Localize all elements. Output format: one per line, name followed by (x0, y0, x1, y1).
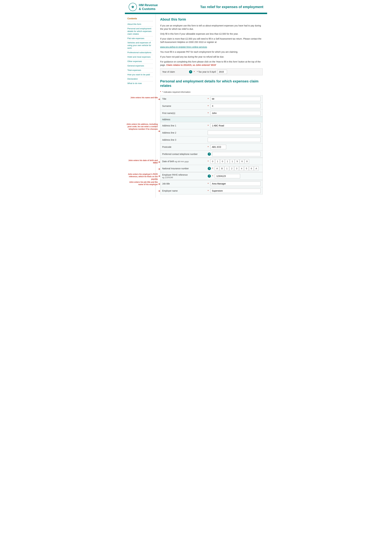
title-row-wrapper: John enters his name and title ➔ Title *… (160, 95, 263, 117)
annotation-address: John enters his address, including post … (126, 123, 158, 131)
crown-logo: ♚ (129, 3, 137, 11)
sidebar-item-what-to-do[interactable]: What to do now (127, 81, 153, 86)
nino-row: National Insurance number ? * A B 1 2 3 … (160, 165, 263, 172)
about-para-5: If you have not paid any tax during the … (160, 55, 263, 58)
arrow-paye: ➔ (158, 174, 160, 178)
arrow-name-title: ➔ (158, 97, 160, 101)
year-claim-row: Year of claim ? * * Tax year to 5 April (160, 68, 263, 75)
employer-name-label: Employer name (162, 190, 207, 192)
annotation-dob-nino: John enters his date of birth and NINO (126, 159, 158, 164)
tax-year-input[interactable] (218, 70, 227, 74)
sidebar-item-other-expenses[interactable]: Other expenses (127, 59, 153, 64)
sidebar-item-about-form[interactable]: About this form (127, 22, 153, 27)
address3-input[interactable] (208, 138, 261, 142)
header: ♚ HM Revenue & Customs Tax relief for ex… (125, 0, 267, 14)
main-layout: Contents About this form Personal and em… (125, 14, 267, 197)
sidebar-item-professional-subs[interactable]: Professional subscriptions (127, 51, 153, 55)
dob-box-7[interactable]: 6 (240, 159, 244, 164)
about-para-2: Only fill in this form if your allowable… (160, 32, 263, 36)
sidebar-contents-label: Contents (127, 17, 153, 20)
sidebar-item-general-expenses[interactable]: General expenses (127, 64, 153, 68)
title-label: Title (162, 98, 207, 100)
claim-highlight: Claim relates to 2014/15, so John entere… (166, 64, 216, 66)
logo-text: HM Revenue & Customs (139, 3, 158, 11)
firstname-input[interactable] (210, 111, 261, 115)
paye-help-icon[interactable]: ? (208, 175, 211, 178)
nino-box-6[interactable]: 4 (239, 166, 244, 171)
title-input[interactable] (210, 97, 261, 101)
annotation-job-employer: John enters his job title and the name o… (126, 181, 158, 186)
paye-wrapper: John enters his employer's PAYE referenc… (160, 172, 263, 180)
dob-box-8[interactable]: 8 (245, 159, 249, 164)
about-para-4: You must fill in a separate P87 for each… (160, 50, 263, 54)
sidebar-item-hotel-meals[interactable]: Hotel and meal expenses (127, 55, 153, 59)
year-claim-label: Year of claim (162, 71, 187, 73)
dob-box-2[interactable]: 1 (215, 159, 220, 164)
annotation-name-title: John enters his name and title (126, 96, 158, 99)
job-title-row: Job title * (160, 180, 263, 187)
address-header-label: Address (162, 118, 207, 121)
sidebar-item-personal[interactable]: Personal and employment details for whic… (127, 27, 153, 37)
sidebar-item-how-paid[interactable]: How you want to be paid (127, 73, 153, 77)
firstname-row: First name(s) * (160, 110, 263, 117)
employer-name-input[interactable] (210, 189, 261, 193)
address-wrapper: John enters his address, including post … (160, 117, 263, 158)
nino-label: National Insurance number (162, 167, 207, 170)
dob-box-4[interactable]: 1 (225, 159, 229, 164)
dob-boxes: 0 1 0 1 1 9 6 8 (210, 159, 249, 164)
dob-box-1[interactable]: 0 (210, 159, 215, 164)
nino-box-5[interactable]: 3 (235, 166, 239, 171)
dob-box-5[interactable]: 1 (230, 159, 235, 164)
job-title-label: Job title (162, 183, 207, 185)
phone-input[interactable] (212, 152, 261, 156)
year-required-star: * (194, 71, 195, 73)
about-link[interactable]: www.gov.uk/log-in-register-hmrc-online-s… (160, 45, 263, 49)
tax-year-label: * Tax year to 5 April (197, 71, 216, 73)
about-para-6: For guidance on completing this form ple… (160, 60, 263, 67)
address2-input[interactable] (208, 131, 261, 135)
surname-input[interactable] (210, 104, 261, 108)
surname-label: Surname (162, 105, 207, 107)
sidebar-item-declaration[interactable]: Declaration (127, 77, 153, 81)
personal-heading: Personal and employment details for whic… (160, 79, 263, 88)
annotation-paye: John enters his employer's PAYE referenc… (126, 173, 158, 181)
arrow-nino: ➔ (158, 167, 160, 171)
nino-box-2[interactable]: B (220, 166, 224, 171)
nino-box-9[interactable]: A (254, 166, 258, 171)
firstname-label: First name(s) (162, 112, 207, 114)
arrow-job: ➔ (158, 182, 160, 186)
sidebar-item-flat-rate[interactable]: Flat rate expenses (127, 37, 153, 41)
address1-label: Address line 1 (162, 124, 207, 127)
nino-box-1[interactable]: A (215, 166, 219, 171)
about-para-3: If your claim is more than £2,500 you wi… (160, 37, 263, 44)
address2-row: Address line 2 (160, 129, 263, 136)
paye-row: Employer PAYE reference eg 123/A246 ? * (160, 172, 263, 180)
dob-box-6[interactable]: 9 (235, 159, 239, 164)
year-help-icon[interactable]: ? (189, 70, 192, 73)
sidebar-item-vehicles[interactable]: Vehicles and expenses of using your own … (127, 41, 153, 51)
address3-label: Address line 3 (162, 139, 207, 141)
personal-section: Personal and employment details for whic… (160, 79, 263, 194)
phone-help-icon[interactable]: ? (208, 153, 211, 156)
job-title-input[interactable] (210, 182, 261, 186)
nino-box-3[interactable]: 1 (225, 166, 229, 171)
dob-box-3[interactable]: 0 (220, 159, 225, 164)
paye-input[interactable] (215, 174, 240, 178)
sidebar-item-total-expenses[interactable]: Total expenses (127, 68, 153, 73)
postcode-row: Postcode * (160, 143, 263, 150)
address1-row: Address line 1 * (160, 122, 263, 129)
required-note: * * indicates required information (160, 90, 263, 94)
about-para-1: If you are an employee use this form to … (160, 24, 263, 31)
dob-label: Date of birth eg dd mm yyyy (162, 160, 207, 163)
about-heading: About this form (160, 17, 263, 22)
nino-help-icon[interactable]: ? (208, 167, 211, 170)
postcode-input[interactable] (210, 145, 226, 149)
nino-box-4[interactable]: 2 (229, 166, 234, 171)
address2-label: Address line 2 (162, 131, 207, 134)
about-section: About this form If you are an employee u… (160, 17, 263, 75)
address1-input[interactable] (210, 124, 261, 128)
nino-box-7[interactable]: 5 (244, 166, 249, 171)
sidebar: Contents About this form Personal and em… (125, 14, 156, 197)
nino-box-8[interactable]: 6 (249, 166, 254, 171)
nino-boxes: A B 1 2 3 4 5 6 A (215, 166, 258, 171)
